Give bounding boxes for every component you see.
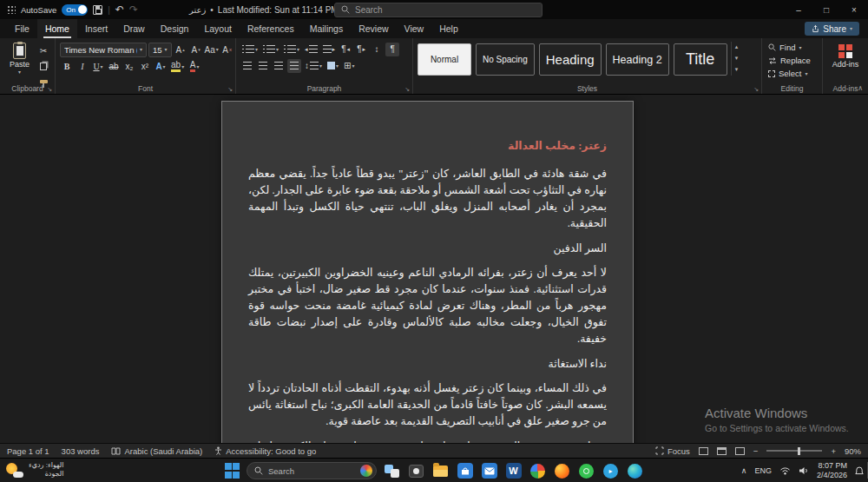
zoom-slider-thumb[interactable] bbox=[798, 447, 800, 455]
font-size-combo[interactable]: 15 ▾ bbox=[148, 43, 172, 57]
sort-button[interactable]: ↕ bbox=[370, 43, 384, 56]
paste-button[interactable]: Paste ▾ bbox=[4, 41, 35, 89]
font-dialog-launcher[interactable]: ↘ bbox=[227, 86, 233, 92]
maximize-button[interactable]: □ bbox=[812, 0, 840, 19]
style-no-spacing[interactable]: No Spacing bbox=[476, 43, 535, 76]
tab-insert[interactable]: Insert bbox=[77, 19, 115, 38]
paragraph-dialog-launcher[interactable]: ↘ bbox=[404, 86, 410, 92]
underline-button[interactable]: U▾ bbox=[91, 60, 105, 74]
borders-button[interactable]: ⊞▾ bbox=[342, 59, 356, 73]
telegram-button[interactable]: ▸ bbox=[602, 462, 620, 480]
word-count-status[interactable]: 303 words bbox=[62, 446, 100, 456]
increase-indent-button[interactable]: ▸ bbox=[321, 43, 338, 56]
rtl-text-direction-button[interactable]: ¶◂ bbox=[339, 43, 352, 56]
app-launcher-icon[interactable] bbox=[7, 5, 16, 14]
redo-icon[interactable]: ↷ bbox=[129, 4, 138, 15]
superscript-button[interactable]: x² bbox=[138, 60, 152, 74]
style-title[interactable]: Title bbox=[674, 43, 727, 76]
align-left-button[interactable] bbox=[272, 59, 286, 73]
clock[interactable]: 8:07 PM 2/4/2026 bbox=[817, 461, 847, 480]
edge-button[interactable] bbox=[626, 462, 644, 480]
store-button[interactable] bbox=[456, 462, 474, 480]
italic-button[interactable]: I bbox=[76, 60, 89, 74]
highlight-button[interactable]: ab▾ bbox=[169, 60, 186, 74]
camera-app-button[interactable] bbox=[407, 462, 425, 480]
collapse-ribbon-chevron-icon[interactable]: ∧ bbox=[858, 84, 863, 92]
font-color-button[interactable]: A▾ bbox=[187, 60, 201, 74]
font-family-combo[interactable]: Times New Roman (Body) ▾ bbox=[60, 43, 147, 57]
tab-view[interactable]: View bbox=[397, 19, 432, 38]
tab-references[interactable]: References bbox=[240, 19, 302, 38]
mail-button[interactable] bbox=[480, 462, 498, 480]
decrease-indent-button[interactable]: ◂ bbox=[303, 43, 319, 56]
ltr-text-direction-button[interactable]: ¶▸ bbox=[354, 43, 368, 56]
page-number-status[interactable]: Page 1 of 1 bbox=[7, 446, 49, 456]
tab-design[interactable]: Design bbox=[153, 19, 197, 38]
cut-button[interactable]: ✂ bbox=[36, 43, 50, 57]
style-normal[interactable]: Normal bbox=[418, 43, 471, 76]
shading-button[interactable]: ▾ bbox=[326, 59, 340, 73]
copy-button[interactable] bbox=[36, 59, 50, 73]
tab-draw[interactable]: Draw bbox=[115, 19, 153, 38]
photos-button[interactable] bbox=[529, 462, 547, 480]
tab-layout[interactable]: Layout bbox=[196, 19, 240, 38]
zoom-level[interactable]: 90% bbox=[845, 446, 861, 456]
align-center-button[interactable] bbox=[256, 59, 270, 73]
clipboard-dialog-launcher[interactable]: ↘ bbox=[47, 86, 52, 92]
show-formatting-marks-button[interactable]: ¶ bbox=[385, 43, 399, 56]
read-mode-button[interactable] bbox=[699, 447, 708, 455]
web-layout-button[interactable] bbox=[735, 447, 745, 455]
styles-gallery-up-button[interactable]: ▲ bbox=[732, 42, 742, 53]
multilevel-list-button[interactable]: ▾ bbox=[282, 43, 301, 56]
weather-widget[interactable]: الهواء: رديء الجودة bbox=[5, 461, 63, 479]
input-language-indicator[interactable]: ENG bbox=[754, 466, 772, 475]
file-explorer-button[interactable] bbox=[431, 462, 450, 480]
autosave-toggle[interactable]: On bbox=[62, 4, 88, 16]
line-spacing-button[interactable]: ↕▾ bbox=[303, 59, 324, 73]
accessibility-status[interactable]: Accessibility: Good to go bbox=[214, 446, 316, 456]
style-heading2[interactable]: Heading 2 bbox=[606, 43, 669, 76]
focus-button[interactable]: Focus bbox=[655, 446, 690, 456]
strikethrough-button[interactable]: ab bbox=[107, 60, 121, 74]
volume-icon[interactable] bbox=[799, 466, 809, 475]
zoom-slider[interactable] bbox=[766, 450, 822, 452]
subscript-button[interactable]: x₂ bbox=[122, 60, 136, 74]
justify-button[interactable] bbox=[287, 59, 301, 73]
styles-gallery-down-button[interactable]: ▼ bbox=[732, 53, 742, 64]
print-layout-button[interactable] bbox=[717, 447, 727, 455]
wifi-icon[interactable] bbox=[779, 466, 791, 475]
hidden-icons-chevron-icon[interactable]: ∧ bbox=[741, 466, 747, 475]
addins-icon[interactable] bbox=[838, 44, 852, 58]
search-input[interactable]: Search bbox=[334, 3, 542, 17]
document-page[interactable]: زعتر: مخلب العدالة في شقة هادئة في الطاب… bbox=[222, 102, 633, 443]
taskbar-search[interactable]: Search bbox=[247, 462, 377, 479]
notification-bell-icon[interactable] bbox=[855, 466, 864, 476]
save-icon[interactable] bbox=[93, 5, 102, 15]
undo-icon[interactable]: ↶ bbox=[115, 4, 124, 15]
close-button[interactable]: × bbox=[840, 0, 868, 19]
whatsapp-button[interactable] bbox=[577, 462, 595, 480]
start-button[interactable] bbox=[224, 463, 240, 479]
grow-font-button[interactable]: A▴ bbox=[174, 43, 187, 56]
zoom-in-button[interactable]: + bbox=[831, 446, 836, 456]
tab-file[interactable]: File bbox=[7, 19, 37, 38]
minimize-button[interactable]: – bbox=[785, 0, 812, 19]
styles-dialog-launcher[interactable]: ↘ bbox=[753, 86, 759, 92]
numbering-button[interactable]: ▾ bbox=[261, 43, 280, 56]
document-title-menu[interactable]: زعتر • Last Modified: Sun at 11:14 PM ▼ bbox=[189, 0, 348, 19]
share-button[interactable]: Share ▾ bbox=[805, 22, 859, 36]
find-button[interactable]: Find ▾ bbox=[766, 41, 818, 54]
styles-gallery-more-button[interactable]: ▼ bbox=[732, 64, 742, 76]
zoom-out-button[interactable]: − bbox=[753, 446, 759, 456]
tab-review[interactable]: Review bbox=[351, 19, 396, 38]
style-heading1[interactable]: Heading bbox=[539, 43, 602, 76]
bullets-button[interactable]: ▾ bbox=[240, 43, 260, 56]
select-button[interactable]: Select ▾ bbox=[766, 67, 818, 80]
change-case-button[interactable]: Aa▾ bbox=[205, 43, 219, 56]
clear-formatting-button[interactable]: Ax bbox=[220, 43, 234, 56]
word-button[interactable]: W bbox=[504, 462, 523, 480]
align-right-button[interactable] bbox=[240, 59, 254, 73]
firefox-button[interactable] bbox=[553, 462, 571, 480]
language-status[interactable]: Arabic (Saudi Arabia) bbox=[111, 446, 202, 456]
tab-mailings[interactable]: Mailings bbox=[302, 19, 352, 38]
